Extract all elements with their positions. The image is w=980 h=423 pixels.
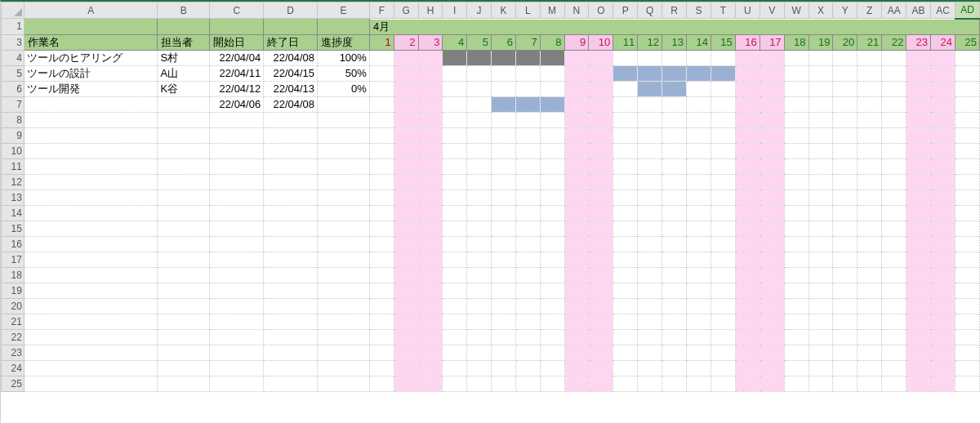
calendar-cell[interactable] [369, 267, 394, 283]
day-header-13[interactable]: 13 [662, 34, 687, 50]
calendar-cell[interactable] [443, 252, 467, 267]
calendar-cell[interactable] [443, 360, 467, 376]
calendar-cell[interactable] [808, 298, 833, 314]
calendar-cell[interactable] [833, 298, 858, 314]
calendar-cell[interactable] [955, 112, 979, 127]
calendar-cell[interactable] [638, 360, 662, 376]
calendar-cell[interactable] [394, 81, 418, 96]
calendar-cell[interactable] [564, 158, 589, 174]
calendar-cell[interactable] [760, 376, 784, 391]
calendar-cell[interactable] [882, 127, 906, 143]
calendar-cell[interactable] [906, 81, 931, 96]
calendar-cell[interactable] [564, 65, 589, 81]
calendar-cell[interactable] [394, 174, 418, 189]
calendar-cell[interactable] [858, 65, 882, 81]
calendar-cell[interactable] [540, 360, 564, 376]
calendar-cell[interactable] [833, 112, 858, 127]
data-cell[interactable]: 22/04/12 [210, 81, 264, 96]
calendar-cell[interactable] [564, 189, 589, 205]
calendar-cell[interactable] [858, 174, 882, 189]
calendar-cell[interactable] [515, 96, 540, 112]
column-header-T[interactable]: T [710, 2, 735, 19]
calendar-cell[interactable] [955, 236, 979, 252]
calendar-cell[interactable] [882, 96, 906, 112]
row-header-19[interactable]: 19 [2, 283, 24, 298]
calendar-cell[interactable] [784, 50, 808, 65]
calendar-cell[interactable] [564, 329, 589, 345]
data-cell[interactable] [158, 376, 210, 391]
calendar-cell[interactable] [369, 50, 394, 65]
calendar-cell[interactable] [686, 96, 710, 112]
calendar-cell[interactable] [589, 360, 613, 376]
calendar-cell[interactable] [589, 298, 613, 314]
calendar-cell[interactable] [418, 345, 443, 360]
calendar-cell[interactable] [418, 174, 443, 189]
calendar-cell[interactable] [443, 267, 467, 283]
calendar-cell[interactable] [613, 112, 638, 127]
calendar-cell[interactable] [394, 50, 418, 65]
calendar-cell[interactable] [492, 314, 516, 329]
calendar-cell[interactable] [760, 205, 784, 220]
calendar-cell[interactable] [833, 252, 858, 267]
calendar-cell[interactable] [808, 345, 833, 360]
calendar-cell[interactable] [710, 127, 735, 143]
calendar-cell[interactable] [882, 174, 906, 189]
calendar-cell[interactable] [662, 205, 687, 220]
calendar-cell[interactable] [784, 205, 808, 220]
calendar-cell[interactable] [808, 112, 833, 127]
calendar-cell[interactable] [710, 205, 735, 220]
data-cell[interactable] [24, 345, 158, 360]
calendar-cell[interactable] [955, 298, 979, 314]
calendar-cell[interactable] [492, 376, 516, 391]
day-header-23[interactable]: 23 [906, 34, 931, 50]
calendar-cell[interactable] [369, 158, 394, 174]
calendar-cell[interactable] [613, 174, 638, 189]
data-cell[interactable] [318, 189, 370, 205]
calendar-cell[interactable] [931, 236, 956, 252]
calendar-cell[interactable] [515, 189, 540, 205]
calendar-cell[interactable] [369, 283, 394, 298]
calendar-cell[interactable] [418, 127, 443, 143]
calendar-cell[interactable] [613, 298, 638, 314]
calendar-cell[interactable] [931, 112, 956, 127]
calendar-cell[interactable] [589, 267, 613, 283]
calendar-cell[interactable] [906, 205, 931, 220]
calendar-cell[interactable] [540, 81, 564, 96]
column-header-H[interactable]: H [418, 2, 443, 19]
calendar-cell[interactable] [906, 143, 931, 158]
column-header-U[interactable]: U [735, 2, 760, 19]
calendar-cell[interactable] [394, 158, 418, 174]
calendar-cell[interactable] [394, 65, 418, 81]
row-header-20[interactable]: 20 [2, 298, 24, 314]
calendar-cell[interactable] [955, 205, 979, 220]
calendar-cell[interactable] [467, 81, 492, 96]
calendar-cell[interactable] [394, 345, 418, 360]
calendar-cell[interactable] [955, 96, 979, 112]
data-cell[interactable] [158, 314, 210, 329]
calendar-cell[interactable] [613, 283, 638, 298]
calendar-cell[interactable] [931, 220, 956, 236]
calendar-cell[interactable] [784, 174, 808, 189]
calendar-cell[interactable] [467, 267, 492, 283]
data-cell[interactable] [210, 345, 264, 360]
row-header-8[interactable]: 8 [2, 112, 24, 127]
calendar-cell[interactable] [808, 252, 833, 267]
calendar-cell[interactable] [906, 345, 931, 360]
calendar-cell[interactable] [492, 205, 516, 220]
calendar-cell[interactable] [515, 220, 540, 236]
data-cell[interactable]: ツールのヒアリング [24, 50, 158, 65]
calendar-cell[interactable] [662, 220, 687, 236]
calendar-cell[interactable] [662, 329, 687, 345]
data-cell[interactable] [264, 189, 318, 205]
calendar-cell[interactable] [540, 112, 564, 127]
calendar-cell[interactable] [760, 127, 784, 143]
calendar-cell[interactable] [369, 96, 394, 112]
calendar-cell[interactable] [906, 267, 931, 283]
calendar-cell[interactable] [784, 345, 808, 360]
calendar-cell[interactable] [710, 189, 735, 205]
calendar-cell[interactable] [515, 127, 540, 143]
calendar-cell[interactable] [418, 314, 443, 329]
calendar-cell[interactable] [784, 96, 808, 112]
data-cell[interactable] [210, 174, 264, 189]
calendar-cell[interactable] [931, 267, 956, 283]
